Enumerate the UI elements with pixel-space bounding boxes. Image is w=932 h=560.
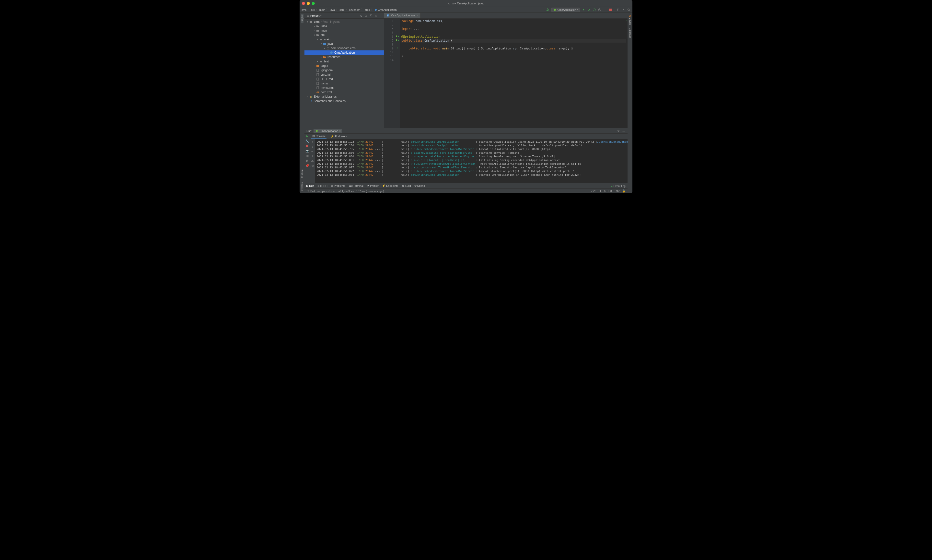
wrench-icon[interactable]: 🔧 <box>305 140 309 143</box>
chevron-down-icon[interactable]: ▾ <box>320 14 321 17</box>
status-icon[interactable]: ▢ <box>306 189 309 192</box>
tree-item[interactable]: ▸.mvn <box>305 28 384 33</box>
svg-rect-17 <box>317 82 319 85</box>
tool-problems[interactable]: ⊘ Problems <box>331 184 345 188</box>
tool-endpoints[interactable]: ⚡ Endpoints <box>382 184 398 188</box>
tool-terminal[interactable]: ⌨ Terminal <box>349 184 363 188</box>
stop-icon[interactable] <box>305 145 309 148</box>
tool-maven[interactable]: m Maven <box>629 14 631 26</box>
tool-database[interactable]: Database <box>629 27 631 39</box>
scroll-down-icon[interactable]: ↓ <box>311 145 314 148</box>
tree-item[interactable]: ▸External Libraries <box>305 94 384 99</box>
gear-icon[interactable]: ⚙ <box>374 14 378 17</box>
breadcrumb[interactable]: cms〉src〉main〉java〉com〉shubham〉cms〉CmsApp… <box>301 8 397 11</box>
console-tab[interactable]: ▤Console <box>311 134 326 138</box>
svg-rect-28 <box>306 145 308 147</box>
run-config-select[interactable]: CmsApplication ▾ <box>551 8 580 12</box>
tool-spring[interactable]: ✿ Spring <box>414 184 425 188</box>
editor-body[interactable]: 12356789121314 package com.shubham.cms;i… <box>384 18 627 128</box>
endpoints-tab[interactable]: ⚡Endpoints <box>329 134 348 138</box>
collapse-all-icon[interactable]: ⇱ <box>369 14 373 17</box>
rerun-icon[interactable] <box>305 135 309 138</box>
run-icon[interactable] <box>582 8 585 11</box>
code-area[interactable]: package com.shubham.cms;import ...@Sprin… <box>400 18 627 128</box>
tree-item[interactable]: mvnw <box>305 81 384 86</box>
coverage-icon[interactable] <box>592 8 596 11</box>
spring-leaf-icon <box>315 129 318 133</box>
close-tab-icon[interactable]: × <box>417 14 418 17</box>
editor-tab[interactable]: C CmsApplication.java × <box>384 13 421 18</box>
tool-favorites[interactable]: Favorites <box>301 182 303 193</box>
pin-icon[interactable]: 📌 <box>305 164 309 168</box>
editor-tabs: C CmsApplication.java × <box>384 13 627 18</box>
gear-icon[interactable]: ⚙ <box>617 129 620 133</box>
hide-icon[interactable]: — <box>379 14 383 17</box>
expand-all-icon[interactable]: ⇲ <box>364 14 368 17</box>
tree-item[interactable]: mvnw.cmd <box>305 86 384 90</box>
traffic-lights <box>302 2 315 5</box>
tree-item[interactable]: CCmsApplication <box>305 51 384 55</box>
build-icon[interactable] <box>546 8 549 11</box>
tree-item[interactable]: ▸resources <box>305 55 384 59</box>
run-config-tab[interactable]: CmsApplication × <box>314 129 342 133</box>
debug-icon[interactable] <box>587 8 591 11</box>
tool-build[interactable]: ⚒ Build <box>401 184 411 188</box>
svg-rect-15 <box>317 74 319 76</box>
event-log-button[interactable]: ● Event Log <box>611 185 626 188</box>
camera-icon[interactable]: 📷 <box>305 149 309 153</box>
vcs-icon[interactable]: ⎘ <box>616 8 620 11</box>
hide-icon[interactable]: — <box>622 129 626 133</box>
titlebar: cms – CmsApplication.java <box>300 0 632 7</box>
project-sidebar: ▤ Project ▾ ⊙ ⇲ ⇱ ⚙ — ▾cms~/learning/cms… <box>305 13 384 128</box>
caret-pos[interactable]: 7:23 <box>591 189 596 192</box>
svg-point-26 <box>396 39 397 41</box>
sidebar-title[interactable]: Project <box>310 14 319 17</box>
attach-icon[interactable]: ⋯ <box>603 8 607 11</box>
tree-item[interactable]: ▾cms~/learning/cms <box>305 20 384 24</box>
sidebar-header: ▤ Project ▾ ⊙ ⇲ ⇱ ⚙ — <box>305 13 384 18</box>
line-sep[interactable]: LF <box>599 189 602 192</box>
soft-wrap-icon[interactable]: ↵ <box>311 150 314 153</box>
tree-item[interactable]: ▸.idea <box>305 24 384 28</box>
scroll-up-icon[interactable]: ↑ <box>311 140 314 143</box>
profile-icon[interactable] <box>598 8 601 11</box>
right-tool-strip: m Maven Database <box>627 13 632 193</box>
zoom-window-icon[interactable] <box>312 2 315 5</box>
tool-todo[interactable]: ≡ TODO <box>317 185 328 188</box>
console-output[interactable]: 2021-02-13 18:45:55.192 INFO 29442 --- [… <box>315 139 627 183</box>
tree-item[interactable]: ▾main <box>305 37 384 42</box>
svg-text:C: C <box>387 14 389 17</box>
tree-item[interactable]: Scratches and Consoles <box>305 99 384 103</box>
indent[interactable]: Tab* <box>614 189 620 192</box>
print-icon[interactable]: 🖶 <box>311 160 314 163</box>
tree-item[interactable]: ▾com.shubham.cms <box>305 46 384 51</box>
select-opened-icon[interactable]: ⊙ <box>360 14 363 17</box>
encoding[interactable]: UTF-8 <box>604 189 612 192</box>
clear-icon[interactable]: ⌫ <box>311 165 314 168</box>
tree-item[interactable]: ▸test <box>305 59 384 64</box>
tree-item[interactable]: cms.iml <box>305 72 384 77</box>
minimize-window-icon[interactable] <box>307 2 310 5</box>
stop-icon[interactable] <box>609 8 612 11</box>
tree-item[interactable]: ▸target <box>305 64 384 68</box>
scroll-end-icon[interactable]: ⤓ <box>311 155 314 158</box>
tree-item[interactable]: ▾java <box>305 42 384 46</box>
tree-item[interactable]: HELP.md <box>305 77 384 81</box>
readonly-icon[interactable]: 🔓 <box>622 189 626 192</box>
layout-icon[interactable]: ▥ <box>305 154 309 158</box>
tree-item[interactable]: mpom.xml <box>305 90 384 94</box>
svg-point-27 <box>316 130 318 132</box>
tree-item[interactable]: .gitignore <box>305 68 384 72</box>
tool-structure[interactable]: Structure <box>301 168 303 180</box>
svg-rect-11 <box>327 48 329 49</box>
tool-run[interactable]: ▶ Run <box>306 184 314 188</box>
delete-icon[interactable]: 🗑 <box>305 159 309 163</box>
commit-icon[interactable]: ✓ <box>622 8 625 11</box>
project-tree[interactable]: ▾cms~/learning/cms▸.idea▸.mvn▾src▾main▾j… <box>305 18 384 128</box>
tool-profiler[interactable]: ◔ Profiler <box>367 184 378 188</box>
tree-item[interactable]: ▾src <box>305 33 384 37</box>
tool-project[interactable]: Project <box>301 14 303 23</box>
close-window-icon[interactable] <box>302 2 305 5</box>
search-icon[interactable] <box>627 8 631 11</box>
close-icon[interactable]: × <box>339 129 341 132</box>
